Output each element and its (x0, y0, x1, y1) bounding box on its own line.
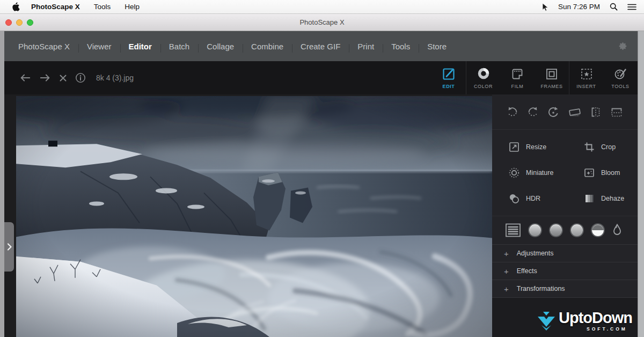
redo-forward-icon[interactable] (39, 73, 51, 83)
nav-batch[interactable]: Batch (160, 42, 198, 51)
menubar-app-name[interactable]: PhotoScape X (25, 3, 86, 11)
zoom-window-button[interactable] (27, 19, 33, 26)
nav-combine[interactable]: Combine (243, 42, 292, 51)
section-transformations[interactable]: + Transformations (492, 280, 638, 297)
tab-frames[interactable]: FRAMES (535, 61, 569, 94)
uptodown-watermark: UptoDown SOFT.COM (536, 310, 632, 333)
nav-tools[interactable]: Tools (383, 42, 419, 51)
photo-canvas (4, 94, 492, 337)
tools-palette-icon (613, 67, 627, 81)
macos-menubar: PhotoScape X Tools Help Sun 7:26 PM (0, 0, 644, 14)
rotate-right-icon[interactable] (506, 106, 519, 119)
spotlight-search-icon[interactable] (610, 3, 618, 11)
filter-knob-2[interactable] (549, 223, 563, 237)
crop-button[interactable]: Crop (583, 134, 638, 160)
quick-tools-grid: Resize Crop Miniature (492, 130, 638, 216)
desktop-edge-left (0, 31, 4, 337)
image-info-icon[interactable] (75, 72, 86, 83)
filter-knob-split-tone[interactable] (591, 223, 605, 237)
editor-toolbar: 8k 4 (3).jpg EDIT COLOR (4, 61, 638, 94)
nav-viewer[interactable]: Viewer (78, 42, 120, 51)
expand-plus-icon: + (504, 285, 509, 293)
nav-collage[interactable]: Collage (198, 42, 243, 51)
nav-editor[interactable]: Editor (120, 42, 160, 51)
nav-create-gif[interactable]: Create GIF (292, 42, 349, 51)
window-titlebar: PhotoScape X (0, 14, 644, 31)
expand-plus-icon: + (504, 250, 509, 258)
menubar-tools[interactable]: Tools (88, 3, 117, 11)
droplet-icon[interactable] (612, 223, 623, 237)
frames-icon (545, 67, 559, 81)
resize-icon (508, 141, 520, 153)
edit-sidebar: Resize Crop Miniature (492, 94, 638, 337)
menubar-clock[interactable]: Sun 7:26 PM (558, 3, 600, 11)
hdr-button[interactable]: HDR (508, 186, 583, 211)
open-filename: 8k 4 (3).jpg (96, 74, 134, 82)
rotate-angle-icon[interactable] (547, 106, 560, 119)
film-icon (510, 67, 524, 81)
tab-tools[interactable]: TOOLS (603, 61, 638, 94)
tab-insert[interactable]: INSERT (569, 61, 603, 94)
nav-photoscape-x[interactable]: PhotoScape X (10, 42, 78, 51)
window-title: PhotoScape X (0, 18, 644, 26)
undo-back-icon[interactable] (19, 73, 31, 83)
editor-mode-tabs: EDIT COLOR FILM (431, 61, 638, 94)
dehaze-icon (583, 193, 595, 204)
browser-panel-expand-handle[interactable] (4, 222, 14, 272)
insert-star-icon (580, 67, 594, 81)
flip-horizontal-icon[interactable] (589, 106, 602, 119)
apple-menu-icon[interactable] (12, 2, 20, 11)
straighten-icon[interactable] (568, 106, 582, 119)
miniature-icon (508, 167, 520, 179)
expand-plus-icon: + (504, 267, 509, 275)
screen: PhotoScape X Tools Help Sun 7:26 PM Phot… (0, 0, 644, 337)
bloom-icon (583, 167, 595, 179)
uptodown-logo-icon (536, 311, 557, 333)
rotate-left-icon[interactable] (526, 106, 539, 119)
close-window-button[interactable] (5, 19, 12, 26)
section-adjustments[interactable]: + Adjustments (492, 244, 638, 262)
tab-color[interactable]: COLOR (466, 61, 500, 94)
settings-gear-icon[interactable] (618, 41, 628, 51)
close-image-icon[interactable] (59, 74, 67, 82)
miniature-button[interactable]: Miniature (508, 160, 583, 186)
collapsible-sections: + Adjustments + Effects + Transformation… (492, 244, 638, 297)
tab-film[interactable]: FILM (500, 61, 535, 94)
filter-knob-1[interactable] (528, 223, 542, 237)
crop-icon (583, 141, 595, 153)
tab-edit[interactable]: EDIT (431, 61, 466, 94)
nav-print[interactable]: Print (349, 42, 383, 51)
section-effects[interactable]: + Effects (492, 262, 638, 280)
bloom-button[interactable]: Bloom (583, 160, 638, 186)
hdr-icon (508, 193, 520, 204)
menubar-help[interactable]: Help (119, 3, 145, 11)
edit-pencil-icon (442, 67, 456, 81)
dehaze-button[interactable]: Dehaze (583, 186, 638, 211)
color-ring-icon (477, 67, 491, 81)
flip-vertical-icon[interactable] (610, 106, 624, 119)
light-filter-row (492, 216, 638, 244)
filter-knob-3[interactable] (570, 223, 584, 237)
nav-store[interactable]: Store (419, 42, 455, 51)
watermark-sub-text: SOFT.COM (587, 326, 632, 332)
photo-image-seascape (16, 96, 492, 337)
texture-lines-icon[interactable] (505, 223, 521, 238)
pointer-cursor-icon (541, 3, 548, 11)
notification-center-icon[interactable] (627, 3, 636, 11)
app-nav: PhotoScape X Viewer Editor Batch Collage… (4, 31, 638, 61)
minimize-window-button[interactable] (16, 19, 23, 26)
desktop-edge-right (638, 31, 644, 337)
rotate-flip-row (492, 94, 638, 130)
resize-button[interactable]: Resize (508, 134, 583, 160)
watermark-brand-text: UptoDown (559, 310, 632, 326)
